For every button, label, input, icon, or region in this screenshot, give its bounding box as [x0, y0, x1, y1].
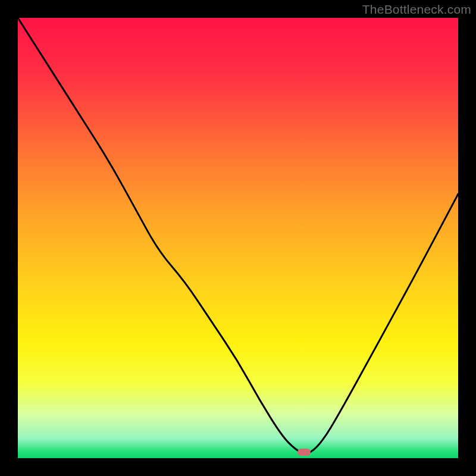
watermark-text: TheBottleneck.com — [362, 2, 471, 17]
background-gradient — [18, 18, 458, 458]
chart-svg — [18, 18, 458, 458]
optimum-marker — [298, 449, 311, 456]
plot-area — [18, 18, 458, 458]
chart-frame: TheBottleneck.com — [0, 0, 476, 476]
